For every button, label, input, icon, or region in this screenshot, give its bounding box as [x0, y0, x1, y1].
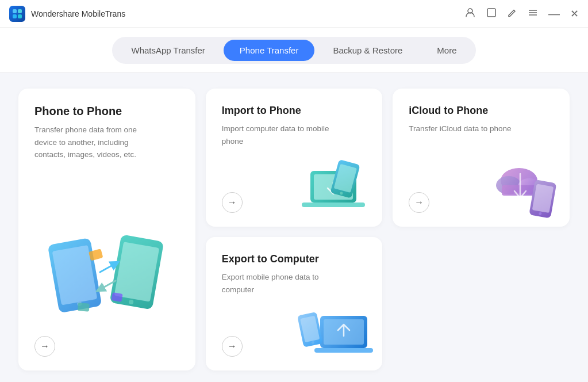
svg-rect-17	[78, 303, 90, 312]
svg-rect-20	[302, 203, 365, 207]
account-icon[interactable]	[464, 7, 476, 20]
menu-icon[interactable]	[528, 7, 538, 20]
window-icon[interactable]	[486, 7, 497, 20]
minimize-icon[interactable]: —	[548, 8, 560, 20]
card-title-export: Export to Computer	[222, 253, 367, 265]
svg-rect-2	[13, 14, 17, 18]
card-arrow-import[interactable]: →	[222, 192, 243, 213]
svg-rect-3	[18, 14, 22, 18]
card-arrow-export[interactable]: →	[222, 336, 243, 357]
svg-rect-0	[13, 9, 17, 13]
card-desc-phone-to-phone: Transfer phone data from one device to a…	[34, 124, 149, 161]
card-export-to-computer[interactable]: Export to Computer Export mobile phone d…	[206, 237, 383, 370]
title-bar: Wondershare MobileTrans — ✕	[0, 0, 588, 28]
card-title-icloud: iCloud to Phone	[409, 105, 554, 117]
card-arrow-phone-to-phone[interactable]: →	[34, 336, 55, 357]
card-phone-to-phone[interactable]: Phone to Phone Transfer phone data from …	[18, 89, 195, 370]
title-bar-left: Wondershare MobileTrans	[9, 6, 125, 22]
title-bar-controls: — ✕	[464, 7, 579, 20]
tab-phone-transfer[interactable]: Phone Transfer	[224, 40, 315, 61]
close-icon[interactable]: ✕	[570, 9, 579, 19]
card-desc-icloud: Transfer iCloud data to phone	[409, 123, 524, 135]
tab-backup-restore[interactable]: Backup & Restore	[317, 40, 418, 61]
card-desc-export: Export mobile phone data to computer	[222, 271, 337, 296]
nav-tabs: WhatsApp Transfer Phone Transfer Backup …	[112, 37, 475, 64]
app-title: Wondershare MobileTrans	[31, 9, 125, 18]
svg-rect-27	[502, 185, 536, 196]
card-title-phone-to-phone: Phone to Phone	[34, 105, 179, 118]
card-content-top: Phone to Phone Transfer phone data from …	[34, 105, 179, 208]
app-logo	[9, 6, 25, 22]
nav-bar: WhatsApp Transfer Phone Transfer Backup …	[0, 28, 588, 72]
card-icloud-to-phone[interactable]: iCloud to Phone Transfer iCloud data to …	[393, 89, 570, 227]
edit-icon[interactable]	[507, 7, 517, 20]
svg-rect-33	[314, 348, 373, 353]
main-content: Phone to Phone Transfer phone data from …	[0, 72, 588, 382]
card-arrow-icloud[interactable]: →	[409, 192, 429, 213]
svg-rect-1	[18, 9, 22, 13]
tab-whatsapp-transfer[interactable]: WhatsApp Transfer	[115, 40, 221, 61]
card-title-import: Import to Phone	[222, 105, 367, 117]
card-desc-import: Import computer data to mobile phone	[222, 123, 337, 147]
svg-rect-5	[487, 9, 495, 17]
tab-more[interactable]: More	[421, 40, 472, 61]
card-import-to-phone[interactable]: Import to Phone Import computer data to …	[206, 89, 383, 227]
